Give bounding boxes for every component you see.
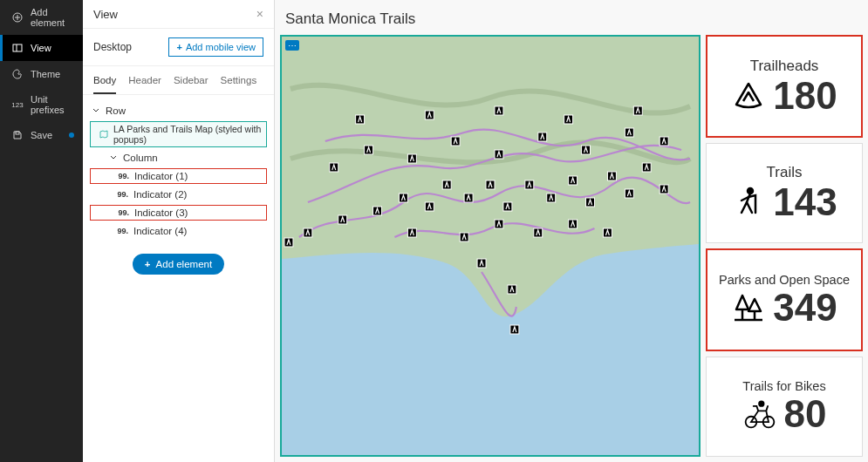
indicator-title: Trailheads	[750, 58, 819, 75]
config-panel: View × Desktop + Add mobile view Body He…	[83, 0, 275, 462]
map-svg	[282, 37, 699, 455]
tree-node-indicator-3[interactable]: 99. Indicator (3)	[90, 205, 267, 221]
indicator-card-trailheads[interactable]: Trailheads 180	[706, 35, 863, 138]
tree-node-label: Indicator (4)	[133, 226, 187, 236]
tab-sidebar[interactable]: Sidebar	[174, 66, 208, 94]
tab-body[interactable]: Body	[93, 66, 116, 94]
plus-icon: +	[145, 259, 151, 269]
panel-tabs: Body Header Sidebar Settings	[83, 66, 274, 95]
tree-node-row[interactable]: Row	[90, 104, 267, 118]
rail-item-theme[interactable]: Theme	[0, 61, 83, 87]
indicator-value: 80	[784, 395, 827, 433]
map-card[interactable]: ⋯	[280, 35, 701, 457]
one-two-three-icon: 123	[11, 99, 24, 111]
tree-node-indicator-4[interactable]: 99. Indicator (4)	[90, 224, 267, 238]
svg-rect-3	[16, 132, 19, 134]
rail-item-label: View	[31, 43, 51, 53]
rail-item-view[interactable]: View	[0, 35, 83, 61]
rail-item-unit-prefixes[interactable]: 123 Unit prefixes	[0, 87, 83, 122]
indicator-value: 143	[773, 183, 837, 221]
rail-item-label: Save	[31, 130, 52, 140]
trees-icon	[731, 290, 766, 325]
plus-icon: +	[176, 42, 181, 52]
indicator-card-trails[interactable]: Trails 143	[706, 143, 863, 244]
tree-node-label: Column	[123, 153, 158, 163]
dashboard-canvas: Santa Monica Trails ⋯	[275, 0, 868, 462]
indicator-column: Trailheads 180 Trails	[706, 35, 863, 457]
indicator-icon: 99.	[117, 172, 129, 180]
tree-node-label: Indicator (1)	[134, 171, 188, 181]
bike-icon	[742, 397, 777, 431]
indicator-title: Parks and Open Space	[719, 273, 850, 287]
tree-node-label: Indicator (2)	[133, 189, 187, 200]
dashboard-title: Santa Monica Trails	[280, 5, 863, 35]
rail-item-save[interactable]: Save	[0, 122, 83, 148]
close-icon[interactable]: ×	[256, 7, 263, 21]
unsaved-dot-icon	[69, 132, 74, 138]
panel-subheader: Desktop + Add mobile view	[83, 29, 274, 66]
dashboard-body: ⋯	[280, 35, 863, 457]
rail-item-label: Theme	[31, 69, 60, 79]
plus-circle-icon	[11, 11, 24, 24]
save-icon	[11, 129, 24, 141]
panel-title: View	[93, 8, 118, 21]
tree-node-indicator-2[interactable]: 99. Indicator (2)	[90, 187, 267, 201]
indicator-card-bikes[interactable]: Trails for Bikes 80	[706, 357, 863, 458]
chevron-down-icon	[92, 106, 100, 115]
indicator-title: Trails	[767, 164, 803, 181]
indicator-icon: 99.	[116, 227, 128, 235]
indicator-value: 180	[773, 77, 837, 115]
indicator-title: Trails for Bikes	[742, 379, 825, 393]
map-icon	[99, 130, 108, 139]
indicator-icon: 99.	[117, 208, 129, 217]
tree-node-column[interactable]: Column	[90, 151, 267, 165]
mode-label: Desktop	[93, 41, 132, 53]
indicator-value: 349	[773, 289, 837, 327]
tree-node-label: Row	[106, 105, 126, 116]
left-rail: Add element View Theme 123 Unit prefixes…	[0, 0, 83, 462]
rail-item-label: Add element	[31, 7, 74, 28]
mobile-btn-label: Add mobile view	[186, 42, 256, 52]
add-element-button[interactable]: + Add element	[133, 254, 224, 275]
tree-node-label: LA Parks and Trails Map (styled with pop…	[113, 124, 263, 145]
layout-icon	[11, 42, 24, 54]
indicator-card-parks[interactable]: Parks and Open Space 349	[706, 248, 863, 351]
map-menu-button[interactable]: ⋯	[285, 40, 299, 51]
indicator-icon: 99.	[116, 190, 128, 199]
add-element-label: Add element	[156, 259, 213, 269]
trailhead-icon	[731, 78, 766, 113]
svg-point-52	[759, 402, 763, 406]
palette-icon	[11, 68, 24, 80]
tab-settings[interactable]: Settings	[221, 66, 257, 94]
rail-item-label: Unit prefixes	[31, 94, 74, 115]
tab-header[interactable]: Header	[128, 66, 161, 94]
add-mobile-view-button[interactable]: + Add mobile view	[168, 37, 263, 57]
chevron-down-icon	[109, 153, 118, 162]
tree-node-indicator-1[interactable]: 99. Indicator (1)	[90, 168, 267, 184]
tree-node-label: Indicator (3)	[134, 207, 188, 218]
panel-header: View ×	[83, 0, 274, 29]
rail-item-add-element[interactable]: Add element	[0, 0, 83, 35]
hiker-icon	[731, 185, 766, 220]
svg-rect-1	[13, 44, 22, 51]
layout-tree: Row LA Parks and Trails Map (styled with…	[83, 95, 274, 283]
tree-node-map[interactable]: LA Parks and Trails Map (styled with pop…	[90, 121, 267, 147]
